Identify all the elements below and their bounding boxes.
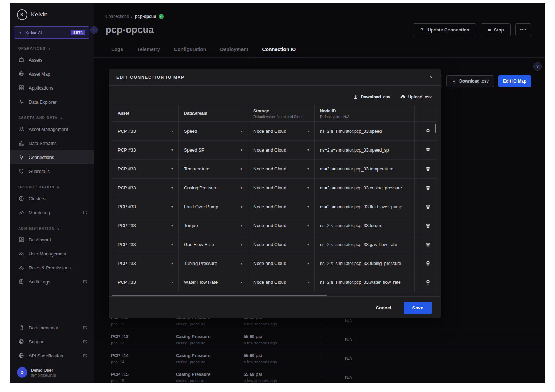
delete-row-button[interactable]	[419, 160, 437, 178]
datastream-select[interactable]: Speed SP▾	[178, 141, 248, 159]
edit-io-map-button[interactable]: Edit IO Map	[498, 75, 531, 87]
update-connection-button[interactable]: Update Connection	[413, 23, 476, 36]
node-id-field[interactable]: ns=2;s=simulator.pcp_33.speed	[314, 122, 414, 140]
tab-logs[interactable]: Logs	[105, 43, 129, 57]
sidebar-item-documentation[interactable]: Documentation	[10, 321, 94, 335]
datastream-select[interactable]: Speed▾	[178, 122, 248, 140]
asset-select[interactable]: PCP #33▾	[112, 273, 178, 292]
delete-row-button[interactable]	[419, 178, 437, 197]
node-id-field[interactable]: ns=2;s=simulator.pcp_33.tubing_pressure	[314, 254, 414, 273]
storage-select[interactable]: Node and Cloud▾	[248, 273, 314, 292]
trash-icon	[425, 166, 431, 172]
datastream-select[interactable]: Casing Pressure▾	[178, 178, 248, 197]
sidebar-item-asset-management[interactable]: Asset Management	[10, 122, 94, 136]
stop-button[interactable]: Stop	[481, 23, 511, 36]
breadcrumb-root-link[interactable]: Connections	[105, 14, 129, 19]
modal-upload-csv-button[interactable]: Upload .csv	[400, 94, 432, 99]
node-id-field[interactable]: ns=2;s=simulator.pcp_33.casing_pressure	[314, 178, 414, 197]
sidebar-item-monitoring[interactable]: Monitoring	[10, 205, 94, 219]
user-profile[interactable]: D Demo User demo@kelvin.ai	[10, 363, 94, 383]
sidebar-item-asset-map[interactable]: Asset Map	[10, 67, 94, 81]
node-id-field[interactable]: ns=2;s=simulator.pcp_33.temperature	[314, 160, 414, 178]
sidebar-section-orchestration[interactable]: ORCHESTRATION ∨	[10, 178, 94, 191]
sidebar-item-connections[interactable]: Connections	[10, 150, 94, 164]
delete-row-button[interactable]	[419, 254, 437, 273]
delete-row-button[interactable]	[419, 216, 437, 235]
delete-row-button[interactable]	[419, 197, 437, 216]
sidebar-item-clusters[interactable]: Clusters	[10, 191, 94, 205]
close-icon[interactable]: ×	[430, 74, 433, 80]
datastream-select[interactable]: Torque▾	[178, 216, 248, 235]
storage-select[interactable]: Node and Cloud▾	[248, 122, 314, 140]
datastream-select[interactable]: Water Flow Rate▾	[178, 273, 248, 292]
sidebar-item-data-explorer[interactable]: Data Explorer	[10, 95, 94, 109]
io-map-row: PCP #33▾ Torque▾ Node and Cloud▾ ns=2;s=…	[112, 216, 437, 235]
storage-select[interactable]: Node and Cloud▾	[248, 235, 314, 254]
table-row: PCP #13pcp_13 Casing Pressurecasing_pres…	[111, 330, 545, 349]
row-checkbox[interactable]	[321, 374, 321, 381]
node-id-field[interactable]: ns=2;s=simulator.pcp_33.torque	[314, 216, 414, 235]
datastream-select[interactable]: Fluid Over Pump▾	[178, 197, 248, 216]
collapse-panel-chevron[interactable]: ∨	[533, 62, 542, 71]
sidebar-item-label: Audit Logs	[29, 279, 50, 285]
sidebar-item-audit-logs[interactable]: Audit Logs	[10, 275, 94, 289]
sidebar-item-api-specification[interactable]: API Specification	[10, 349, 94, 363]
tab-connection-io[interactable]: Connection IO	[256, 43, 302, 57]
sidebar-item-applications[interactable]: Applications	[10, 81, 94, 95]
asset-select[interactable]: PCP #33▾	[112, 141, 178, 159]
save-button[interactable]: Save	[404, 302, 432, 314]
sidebar-item-support[interactable]: Support	[10, 335, 94, 349]
vertical-scrollbar[interactable]	[435, 124, 436, 133]
sidebar-section-assets-and-data[interactable]: ASSETS AND DATA ∨	[10, 109, 94, 122]
node-id-field[interactable]: ns=2;s=simulator.pcp_33.fluid_over_pump	[314, 197, 414, 216]
tab-deployment[interactable]: Deployment	[214, 43, 254, 57]
storage-select[interactable]: Node and Cloud▾	[248, 141, 314, 159]
storage-select[interactable]: Node and Cloud▾	[248, 216, 314, 235]
delete-row-button[interactable]	[419, 273, 437, 292]
asset-select[interactable]: PCP #33▾	[112, 216, 178, 235]
row-status: N/A	[345, 337, 545, 342]
sidebar-item-kelvinai[interactable]: KelvinAI BETA	[14, 26, 89, 39]
node-id-field[interactable]: ns=2;s=simulator.pcp_33.water_flow_rate	[314, 273, 414, 292]
node-id-field[interactable]: ns=2;s=simulator.pcp_33.gas_flow_rate	[314, 235, 414, 254]
io-map-row: PCP #33▾ Water Flow Rate▾ Node and Cloud…	[112, 273, 437, 292]
asset-select[interactable]: PCP #33▾	[112, 254, 178, 273]
storage-select[interactable]: Node and Cloud▾	[248, 160, 314, 178]
tab-bar: Logs Telemetry Configuration Deployment …	[94, 36, 545, 58]
sidebar-section-operations[interactable]: OPERATIONS ∨	[10, 40, 94, 53]
cancel-button[interactable]: Cancel	[374, 305, 393, 311]
sidebar-item-data-streams[interactable]: Data Streams	[10, 136, 94, 150]
trash-icon	[425, 185, 431, 190]
datastream-select[interactable]: Temperature▾	[178, 160, 248, 178]
sidebar-item-guardrails[interactable]: Guardrails	[10, 164, 94, 178]
sidebar-item-dashboard[interactable]: Dashboard	[10, 233, 94, 247]
horizontal-scrollbar[interactable]	[112, 295, 327, 296]
tab-configuration[interactable]: Configuration	[168, 43, 212, 57]
asset-select[interactable]: PCP #33▾	[112, 197, 178, 216]
delete-row-button[interactable]	[419, 141, 437, 159]
node-id-field[interactable]: ns=2;s=simulator.pcp_33.speed_sp	[314, 141, 414, 159]
storage-select[interactable]: Node and Cloud▾	[248, 178, 314, 197]
sidebar-collapse-button[interactable]: ‹	[90, 26, 98, 34]
storage-select[interactable]: Node and Cloud▾	[248, 197, 314, 216]
asset-select[interactable]: PCP #33▾	[112, 122, 178, 140]
more-options-button[interactable]: •••	[515, 23, 531, 36]
sidebar-section-administration[interactable]: ADMINISTRATION ∨	[10, 219, 94, 233]
row-checkbox[interactable]	[321, 336, 321, 343]
delete-row-button[interactable]	[419, 235, 437, 254]
asset-select[interactable]: PCP #33▾	[112, 178, 178, 197]
sidebar-item-assets[interactable]: Assets	[10, 53, 94, 67]
download-csv-button[interactable]: Download .csv	[446, 75, 494, 87]
sidebar-item-roles-permissions[interactable]: Roles & Permissions	[10, 261, 94, 275]
datastream-select[interactable]: Gas Flow Rate▾	[178, 235, 248, 254]
asset-select[interactable]: PCP #33▾	[112, 235, 178, 254]
delete-row-button[interactable]	[419, 122, 437, 140]
stream-time: a few seconds ago	[244, 340, 321, 346]
storage-select[interactable]: Node and Cloud▾	[248, 254, 314, 273]
sidebar-item-user-management[interactable]: User Management	[10, 247, 94, 261]
asset-select[interactable]: PCP #33▾	[112, 160, 178, 178]
tab-telemetry[interactable]: Telemetry	[131, 43, 166, 57]
datastream-select[interactable]: Tubing Pressure▾	[178, 254, 248, 273]
row-checkbox[interactable]	[321, 355, 321, 362]
modal-download-csv-button[interactable]: Download .csv	[353, 94, 390, 99]
